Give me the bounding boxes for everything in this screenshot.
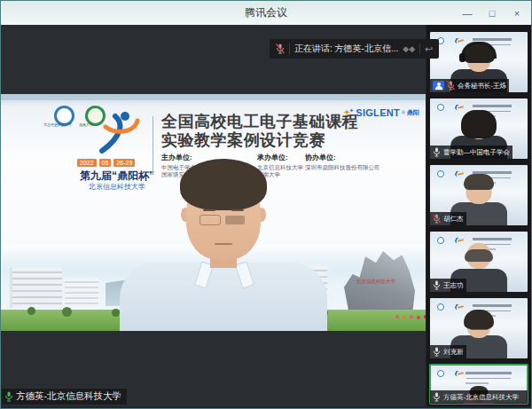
rock-inscription: 北京信息科技大学 [356, 279, 395, 286]
logo-left-caption: 北京信息科技大学 [43, 122, 72, 128]
participant-thumbnail[interactable]: 曹学勤—中国电子学会 [430, 98, 528, 159]
speaker-eyebrows [203, 209, 215, 211]
participant-name: 曹学勤—中国电子学会 [443, 148, 510, 157]
participant-label: 王志功 [430, 279, 466, 292]
campus-rock: 北京信息科技大学 [344, 251, 415, 317]
speaker-name-tag: 方德英-北京信息科技大学 [2, 389, 127, 405]
headset-icon [461, 42, 497, 59]
mic-icon [433, 347, 441, 357]
window-title: 腾讯会议 [245, 5, 287, 20]
campus-trees [27, 307, 35, 315]
participants-sidebar: 会务秘书长-王烁 曹学勤—中国电子学会 [426, 25, 531, 406]
main-camera-video: 北京信息科技大学 东南大学 2022 05 26-29 第九届“鼎阳杯” 北京信… [1, 94, 426, 331]
title-bar: 腾讯会议 — □ × [1, 1, 531, 25]
participant-thumbnail[interactable]: 王志功 [430, 232, 528, 292]
badge-days: 26-29 [113, 159, 135, 167]
campus-building [65, 278, 98, 306]
participant-label: 刘克新 [430, 345, 466, 358]
speaker-name-text: 方德英-北京信息科技大学 [16, 390, 121, 403]
siglent-cn-name: 鼎阳 [407, 108, 419, 117]
slide-top-band [1, 94, 426, 100]
badge-month: 05 [99, 159, 112, 167]
host-school: 北京信息科技大学 [59, 182, 175, 192]
coorganizer-column: 协办单位: 深圳市鼎阳科技股份有限公司 [305, 153, 380, 171]
undertaker-item: 北京信息科技大学 [257, 164, 303, 171]
siglent-name: SIGLENT [356, 107, 400, 118]
organizer-label: 主办单位: [161, 153, 231, 162]
participant-label: 胡仁杰 [430, 212, 466, 225]
siglent-brand: ✦✦ SIGLENT ® 鼎阳 [343, 107, 419, 118]
main-video-stage[interactable]: 正在讲话: 方德英-北京信... ◆◆ ↩ 北京信息科技大学 东南大学 [1, 25, 426, 406]
participant-name: 方德英-北京信息科技大学 [443, 393, 519, 402]
close-button[interactable]: × [506, 4, 528, 22]
meeting-window: 腾讯会议 — □ × 正在讲话: [0, 0, 532, 409]
organizer-item: 国家级实验教学示范中心联 [161, 171, 231, 178]
siglent-reg-mark: ® [402, 110, 405, 115]
speaker-glasses [200, 215, 221, 225]
speaker-ear [257, 208, 266, 222]
campus-flowers [395, 315, 399, 319]
speaker-ear [181, 208, 190, 222]
campus-building [267, 265, 327, 303]
mic-icon [433, 392, 441, 402]
host-person-icon [433, 81, 444, 90]
campus-lawn [1, 310, 426, 331]
siglent-spark-icon-blue: ✦ [348, 107, 354, 114]
organizer-item: 中国电子学会 [161, 164, 231, 171]
meeting-content: 正在讲话: 方德英-北京信... ◆◆ ↩ 北京信息科技大学 东南大学 [1, 25, 531, 408]
muted-mic-icon [433, 214, 441, 224]
participant-label: 曹学勤—中国电子学会 [430, 146, 512, 159]
minimize-button[interactable]: — [457, 4, 478, 22]
muted-mic-icon [276, 43, 285, 54]
reaction-icon: ◆◆ [403, 45, 415, 53]
headset-earcup [459, 53, 466, 62]
participant-thumbnail[interactable]: 刘克新 [430, 298, 528, 358]
participant-label: 方德英-北京信息科技大学 [430, 390, 528, 404]
campus-building [10, 267, 62, 308]
mic-icon [433, 280, 441, 290]
slide-title-line1: 全国高校电工电子基础课程 [161, 113, 358, 131]
undertaker-column: 承办单位: 北京信息科技大学 东南大学 [257, 153, 303, 178]
speaking-toast: 正在讲话: 方德英-北京信... ◆◆ ↩ [270, 39, 439, 59]
muted-mic-icon [447, 81, 455, 90]
runner-logo-icon [88, 110, 143, 160]
participant-name: 刘克新 [443, 348, 464, 357]
toast-divider-2 [419, 43, 420, 54]
window-controls: — □ × [457, 1, 528, 25]
participant-thumbnail[interactable]: 胡仁杰 [430, 165, 528, 225]
speaking-mic-icon [4, 391, 13, 402]
maximize-button[interactable]: □ [481, 4, 503, 22]
participant-name: 胡仁杰 [443, 215, 464, 224]
speaker-mouth [215, 243, 232, 245]
slide-title: 全国高校电工电子基础课程 实验教学案例设计竞赛 [161, 113, 358, 150]
undertaker-item: 东南大学 [257, 171, 303, 178]
toast-divider [289, 43, 290, 54]
participant-name: 会务秘书长-王烁 [458, 82, 506, 90]
slide-title-line2: 实验教学案例设计竞赛 [161, 131, 358, 150]
participant-thumbnail[interactable]: 会务秘书长-王烁 [430, 32, 528, 92]
undertaker-label: 承办单位: [257, 153, 303, 162]
badge-year: 2022 [77, 159, 97, 167]
campus-photo: 北京信息科技大学 [1, 246, 426, 331]
date-badges: 2022 05 26-29 [77, 159, 135, 167]
campus-building [106, 271, 187, 306]
coorganizer-label: 协办单位: [305, 153, 380, 162]
participant-thumbnail-active-speaker[interactable]: 方德英-北京信息科技大学 [430, 365, 528, 404]
speaking-toast-text: 正在讲话: 方德英-北京信... [294, 43, 398, 55]
mic-icon [433, 147, 441, 157]
coorganizer-item: 深圳市鼎阳科技股份有限公司 [305, 164, 380, 171]
organizer-column: 主办单位: 中国电子学会 国家级实验教学示范中心联 [161, 153, 231, 178]
slide-divider [153, 116, 153, 175]
collapse-arrow-icon[interactable]: ↩ [425, 44, 433, 54]
participant-name: 王志功 [443, 281, 464, 290]
participant-label: 会务秘书长-王烁 [430, 79, 509, 92]
